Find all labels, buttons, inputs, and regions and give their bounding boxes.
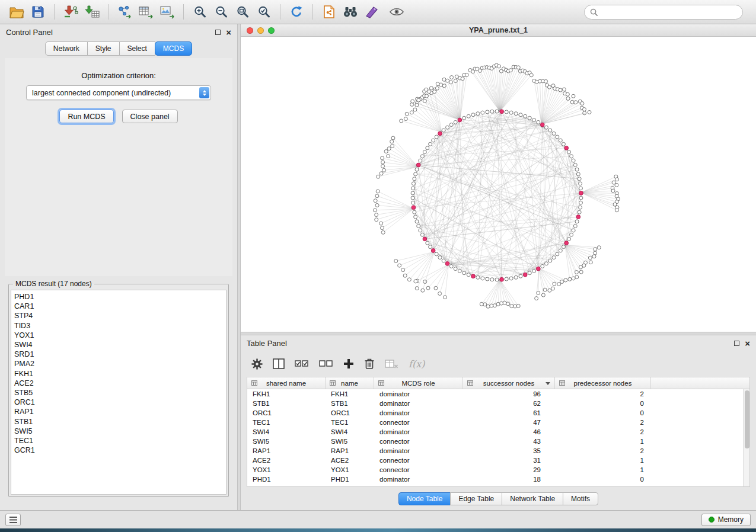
network-node[interactable] <box>480 302 483 306</box>
network-node[interactable] <box>572 159 575 162</box>
column-header-name[interactable]: name <box>326 377 374 389</box>
network-node[interactable] <box>439 83 443 86</box>
network-node[interactable] <box>589 261 592 264</box>
network-node[interactable] <box>615 178 618 181</box>
network-node[interactable] <box>562 245 565 249</box>
network-node[interactable] <box>414 280 417 283</box>
network-node[interactable] <box>411 100 414 103</box>
mcds-hub-node[interactable] <box>438 132 442 136</box>
network-node[interactable] <box>557 283 561 286</box>
network-node[interactable] <box>572 94 575 98</box>
mcds-hub-node[interactable] <box>431 249 435 253</box>
network-node[interactable] <box>597 246 601 249</box>
network-node[interactable] <box>611 189 615 193</box>
network-node[interactable] <box>434 286 438 290</box>
network-node[interactable] <box>570 233 573 236</box>
network-node[interactable] <box>391 144 394 148</box>
network-node[interactable] <box>579 196 583 200</box>
mcds-hub-node[interactable] <box>423 237 427 241</box>
network-node[interactable] <box>438 292 442 296</box>
network-node[interactable] <box>544 262 548 265</box>
network-node[interactable] <box>380 226 384 230</box>
network-node[interactable] <box>467 114 470 118</box>
network-node[interactable] <box>471 113 475 117</box>
network-node[interactable] <box>509 69 512 72</box>
network-node[interactable] <box>391 136 395 140</box>
tab-edge-table[interactable]: Edge Table <box>450 492 502 505</box>
export-network-button[interactable] <box>114 2 135 22</box>
search-input[interactable] <box>601 8 737 16</box>
network-node[interactable] <box>490 278 494 281</box>
network-node[interactable] <box>594 251 597 255</box>
network-node[interactable] <box>426 241 429 245</box>
mcds-hub-node[interactable] <box>523 273 527 277</box>
zoom-fit-button[interactable] <box>232 2 253 22</box>
table-scrollbar[interactable] <box>743 389 749 486</box>
network-node[interactable] <box>524 114 527 118</box>
tab-network-table[interactable]: Network Table <box>502 492 563 505</box>
network-node[interactable] <box>481 277 484 280</box>
mcds-hub-node[interactable] <box>471 274 476 278</box>
network-node[interactable] <box>423 150 426 154</box>
network-node[interactable] <box>572 229 575 232</box>
close-table-panel-icon[interactable]: × <box>745 339 750 348</box>
network-node[interactable] <box>420 233 424 236</box>
network-node[interactable] <box>381 164 385 168</box>
table-row[interactable]: FKH1FKH1dominator962 <box>247 389 743 399</box>
network-node[interactable] <box>454 79 457 83</box>
network-node[interactable] <box>403 274 407 277</box>
network-node[interactable] <box>417 98 420 102</box>
network-node[interactable] <box>560 280 564 284</box>
network-node[interactable] <box>486 277 489 281</box>
mcds-result-item[interactable]: STP4 <box>14 311 223 321</box>
mcds-result-item[interactable]: SWI4 <box>14 340 223 350</box>
network-node[interactable] <box>375 218 378 222</box>
network-node[interactable] <box>556 135 559 139</box>
sort-chevron-icon[interactable] <box>546 382 550 385</box>
network-node[interactable] <box>415 220 419 223</box>
network-node[interactable] <box>433 90 436 94</box>
network-node[interactable] <box>436 82 439 86</box>
network-node[interactable] <box>544 126 548 129</box>
table-row[interactable]: ACE2ACE2connector311 <box>247 456 743 465</box>
network-node[interactable] <box>570 155 573 158</box>
network-node[interactable] <box>454 120 457 124</box>
mcds-result-item[interactable]: YOX1 <box>14 331 223 340</box>
network-node[interactable] <box>379 172 383 175</box>
network-node[interactable] <box>382 168 386 172</box>
network-node[interactable] <box>444 296 447 299</box>
network-node[interactable] <box>417 225 420 228</box>
network-graph[interactable] <box>241 37 756 332</box>
network-node[interactable] <box>579 206 582 209</box>
network-node[interactable] <box>486 305 490 308</box>
table-row[interactable]: SWI5SWI5connector431 <box>247 437 743 446</box>
network-node[interactable] <box>535 297 538 300</box>
mcds-result-item[interactable]: ACE2 <box>14 379 223 388</box>
network-node[interactable] <box>513 305 517 308</box>
network-node[interactable] <box>496 302 500 306</box>
network-node[interactable] <box>379 222 383 225</box>
table-row[interactable]: PHD1PHD1dominator180 <box>247 475 743 484</box>
mcds-result-item[interactable]: SRD1 <box>14 350 223 359</box>
network-node[interactable] <box>429 245 432 249</box>
mcds-result-item[interactable]: CAR1 <box>14 302 223 311</box>
network-node[interactable] <box>516 304 520 307</box>
network-node[interactable] <box>467 273 470 277</box>
mcds-result-item[interactable]: PHD1 <box>14 292 223 302</box>
network-node[interactable] <box>505 110 508 114</box>
mcds-result-item[interactable]: GCR1 <box>14 446 223 455</box>
mcds-result-item[interactable]: PMA2 <box>14 359 223 368</box>
network-node[interactable] <box>514 275 518 279</box>
network-node[interactable] <box>578 210 581 214</box>
network-node[interactable] <box>570 100 574 104</box>
zoom-out-button[interactable] <box>210 2 232 22</box>
network-node[interactable] <box>398 264 401 267</box>
network-node[interactable] <box>462 116 466 120</box>
show-columns-button[interactable] <box>273 358 285 369</box>
network-node[interactable] <box>435 135 438 139</box>
network-node[interactable] <box>476 275 480 279</box>
network-node[interactable] <box>559 88 562 92</box>
network-node[interactable] <box>573 163 577 166</box>
network-node[interactable] <box>381 230 385 234</box>
network-node[interactable] <box>412 201 415 204</box>
